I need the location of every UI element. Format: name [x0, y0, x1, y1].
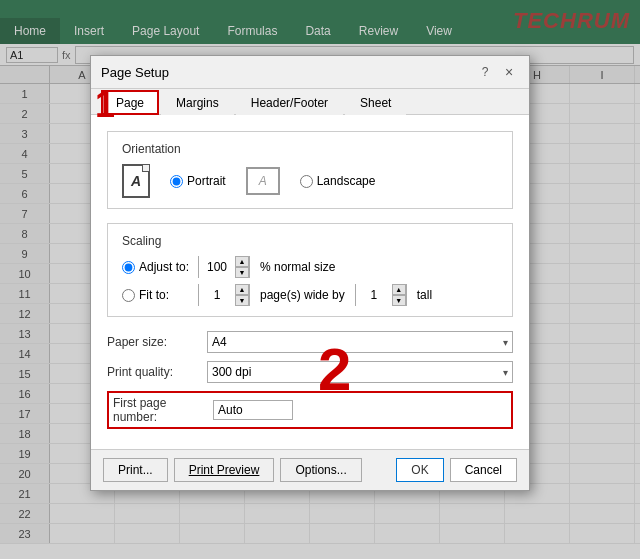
page-setup-dialog: Page Setup ? × Page Margins Header/Foote…	[90, 55, 530, 491]
adjust-spin-down[interactable]: ▼	[235, 267, 249, 278]
orientation-section: Orientation A Portrait A Landscape	[107, 131, 513, 209]
adjust-spin-group: ▲ ▼	[198, 256, 250, 278]
dialog-title: Page Setup	[101, 65, 169, 80]
dialog-controls: ? ×	[475, 62, 519, 82]
adjust-spin-up[interactable]: ▲	[235, 256, 249, 267]
annotation-2: 2	[318, 340, 351, 400]
fit-tall-input[interactable]	[356, 284, 392, 306]
fit-wide-down[interactable]: ▼	[235, 295, 249, 306]
landscape-icon: A	[246, 167, 280, 195]
landscape-radio[interactable]	[300, 175, 313, 188]
adjust-value-input[interactable]	[199, 256, 235, 278]
fit-tall-suffix: tall	[417, 288, 432, 302]
print-quality-select[interactable]: 300 dpi ▾	[207, 361, 513, 383]
portrait-radio[interactable]	[170, 175, 183, 188]
landscape-radio-label[interactable]: Landscape	[300, 174, 376, 188]
orientation-label: Orientation	[122, 142, 498, 156]
landscape-label: Landscape	[317, 174, 376, 188]
first-page-number-row: First page number:	[107, 391, 513, 429]
fit-label: Fit to:	[139, 288, 169, 302]
tab-margins[interactable]: Margins	[161, 90, 234, 115]
fit-tall-spin: ▲ ▼	[355, 284, 407, 306]
fit-wide-suffix: page(s) wide by	[260, 288, 345, 302]
tab-sheet[interactable]: Sheet	[345, 90, 406, 115]
scaling-section: Scaling Adjust to: ▲ ▼ % normal size	[107, 223, 513, 317]
fit-wide-input[interactable]	[199, 284, 235, 306]
fit-wide-spin-buttons: ▲ ▼	[235, 284, 249, 306]
paper-size-select[interactable]: A4 ▾	[207, 331, 513, 353]
dialog-titlebar: Page Setup ? ×	[91, 56, 529, 89]
fit-tall-up[interactable]: ▲	[392, 284, 406, 295]
print-quality-dropdown-arrow: ▾	[503, 367, 508, 378]
tab-headerfooter[interactable]: Header/Footer	[236, 90, 343, 115]
ok-button[interactable]: OK	[396, 458, 443, 482]
orientation-row: A Portrait A Landscape	[122, 164, 498, 198]
adjust-radio-label[interactable]: Adjust to:	[122, 260, 192, 274]
print-quality-label: Print quality:	[107, 365, 207, 379]
adjust-suffix: % normal size	[260, 260, 335, 274]
portrait-radio-label[interactable]: Portrait	[170, 174, 226, 188]
fit-wide-spin: ▲ ▼	[198, 284, 250, 306]
adjust-spin-buttons: ▲ ▼	[235, 256, 249, 278]
dialog-tabs: Page Margins Header/Footer Sheet	[91, 89, 529, 115]
scaling-adjust-row: Adjust to: ▲ ▼ % normal size	[122, 256, 498, 278]
adjust-label: Adjust to:	[139, 260, 189, 274]
print-preview-label: Print Preview	[189, 463, 260, 477]
fit-wide-up[interactable]: ▲	[235, 284, 249, 295]
print-button[interactable]: Print...	[103, 458, 168, 482]
dialog-help-button[interactable]: ?	[475, 62, 495, 82]
fit-radio-label[interactable]: Fit to:	[122, 288, 192, 302]
paper-size-value: A4	[212, 335, 227, 349]
scaling-label: Scaling	[122, 234, 498, 248]
fit-radio[interactable]	[122, 289, 135, 302]
dialog-footer: Print... Print Preview Options... OK Can…	[91, 449, 529, 490]
print-preview-button[interactable]: Print Preview	[174, 458, 275, 482]
dialog-body: Orientation A Portrait A Landscape Scali…	[91, 115, 529, 449]
scaling-fit-row: Fit to: ▲ ▼ page(s) wide by ▲ ▼	[122, 284, 498, 306]
portrait-label: Portrait	[187, 174, 226, 188]
options-button[interactable]: Options...	[280, 458, 361, 482]
footer-left: Print... Print Preview Options...	[103, 458, 362, 482]
fit-tall-spin-buttons: ▲ ▼	[392, 284, 406, 306]
footer-right: OK Cancel	[396, 458, 517, 482]
paper-size-label: Paper size:	[107, 335, 207, 349]
portrait-icon: A	[122, 164, 150, 198]
fit-tall-down[interactable]: ▼	[392, 295, 406, 306]
paper-size-dropdown-arrow: ▾	[503, 337, 508, 348]
annotation-1: 1	[95, 87, 115, 123]
first-page-number-label: First page number:	[113, 396, 213, 424]
print-quality-value: 300 dpi	[212, 365, 251, 379]
adjust-radio[interactable]	[122, 261, 135, 274]
first-page-number-input[interactable]	[213, 400, 293, 420]
print-quality-row: Print quality: 300 dpi ▾	[107, 361, 513, 383]
paper-size-row: Paper size: A4 ▾	[107, 331, 513, 353]
dialog-close-button[interactable]: ×	[499, 62, 519, 82]
cancel-button[interactable]: Cancel	[450, 458, 517, 482]
